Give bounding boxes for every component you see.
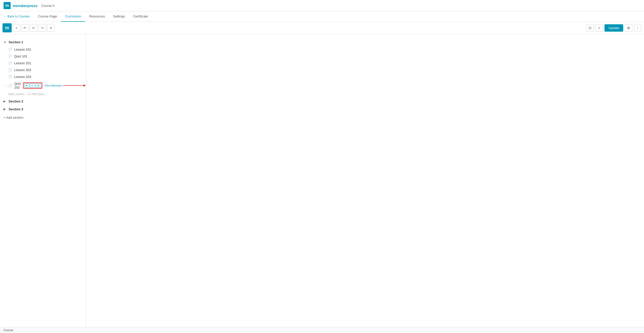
- curriculum-panel: ▼ Section 1 📄 Lesson 101 📄 Quiz 101 📄 Le…: [0, 34, 86, 333]
- quiz-102-icon: 📄: [8, 84, 12, 88]
- undo-button[interactable]: ↩: [30, 24, 37, 32]
- section-3-header[interactable]: ▶ Section 3: [0, 105, 86, 113]
- add-section-row[interactable]: + Add section: [0, 113, 86, 122]
- add-button[interactable]: +: [13, 24, 20, 32]
- list-button[interactable]: ≡: [47, 24, 55, 32]
- tab-course-page[interactable]: Course Page: [34, 11, 61, 22]
- tab-curriculum[interactable]: Curriculum: [61, 11, 85, 22]
- lesson-201-item[interactable]: 📄 Lesson 201: [0, 60, 86, 67]
- view-icon[interactable]: 👁: [24, 83, 29, 88]
- section-1-toggle: ▼: [4, 41, 7, 44]
- lesson-203-name: Lesson 203: [14, 75, 82, 79]
- quiz-101-item[interactable]: 📄 Quiz 101: [0, 53, 86, 60]
- lesson-201-name: Lesson 201: [14, 61, 82, 65]
- settings-icon[interactable]: ⚙: [36, 83, 41, 88]
- lesson-203-icon: 📄: [8, 75, 12, 79]
- lesson-101-item[interactable]: 📄 Lesson 101: [0, 46, 86, 53]
- more-options-button[interactable]: ⋮: [634, 24, 641, 32]
- drag-handle-icon: ⋮⋮: [3, 84, 9, 87]
- memberpress-logo: m: [4, 2, 11, 9]
- annotation-arrow: [63, 84, 86, 88]
- lesson-202-icon: 📄: [8, 68, 12, 72]
- top-bar: m memberpress Course A: [0, 0, 644, 11]
- section-2-title: Section 2: [9, 99, 23, 103]
- view-icon-button[interactable]: ⊡: [586, 24, 594, 32]
- section-1-title: Section 1: [9, 40, 23, 44]
- view-attempts-link[interactable]: View Attempts: [44, 84, 62, 87]
- pencil-button[interactable]: ✏: [21, 24, 29, 32]
- course-title: Course A: [41, 4, 54, 8]
- tab-settings[interactable]: Settings: [109, 11, 129, 22]
- section-3-toggle: ▶: [4, 108, 7, 111]
- toolbar: m + ✏ ↩ ↪ ≡ ⊡ ⤢ Update ⊞ ⋮: [0, 22, 644, 34]
- tab-resources[interactable]: Resources: [85, 11, 109, 22]
- status-bar: Course: [0, 327, 644, 333]
- tab-certificate[interactable]: Certificate: [129, 11, 152, 22]
- lesson-101-name: Lesson 101: [14, 48, 82, 51]
- quiz-102-name: Quiz 102: [14, 82, 21, 89]
- quiz-actions-box: 👁 ✎ ⚙: [23, 82, 42, 89]
- add-section-label: + Add section: [4, 116, 23, 119]
- add-quiz-link[interactable]: Add Quiz...: [31, 92, 46, 96]
- lesson-202-item[interactable]: 📄 Lesson 202: [0, 67, 86, 73]
- add-lesson-link[interactable]: Add Lesson...: [8, 92, 27, 96]
- main-content: ▼ Section 1 📄 Lesson 101 📄 Quiz 101 📄 Le…: [0, 34, 644, 333]
- toolbar-logo-button[interactable]: m: [3, 23, 12, 32]
- brand-name: memberpress: [13, 4, 37, 8]
- quiz-101-icon: 📄: [8, 54, 12, 58]
- view-attempts-container: View Attempts: [43, 84, 86, 88]
- status-text: Course: [4, 328, 13, 332]
- quiz-102-item[interactable]: ⋮⋮ 📄 Quiz 102 👁 ✎ ⚙ View Attempts: [0, 80, 86, 91]
- toolbar-right: ⊡ ⤢ Update ⊞ ⋮: [586, 24, 641, 32]
- add-lesson-row: Add Lesson... or Add Quiz...: [0, 91, 86, 97]
- quiz-102-actions: 👁 ✎ ⚙ View Attempts: [23, 82, 86, 89]
- nav-tabs: ← Back to Courses Course Page Curriculum…: [0, 11, 644, 22]
- redo-button[interactable]: ↪: [39, 24, 46, 32]
- quiz-101-name: Quiz 101: [14, 54, 82, 58]
- add-or-separator: or: [28, 92, 30, 96]
- section-1-header[interactable]: ▼ Section 1: [0, 38, 86, 46]
- lesson-203-item[interactable]: 📄 Lesson 203: [0, 73, 86, 80]
- section-3-title: Section 3: [9, 107, 23, 111]
- external-link-button[interactable]: ⤢: [595, 24, 603, 32]
- columns-button[interactable]: ⊞: [625, 24, 632, 32]
- lesson-101-icon: 📄: [8, 48, 12, 51]
- back-to-courses-link[interactable]: ← Back to Courses: [4, 15, 30, 18]
- edit-icon[interactable]: ✎: [30, 83, 35, 88]
- section-2-header[interactable]: ▶ Section 2: [0, 97, 86, 105]
- logo-area: m memberpress: [4, 2, 37, 9]
- svg-marker-1: [84, 85, 86, 87]
- section-2-toggle: ▶: [4, 100, 7, 103]
- lesson-201-icon: 📄: [8, 61, 12, 65]
- lesson-202-name: Lesson 202: [14, 68, 82, 72]
- right-panel: [86, 34, 644, 333]
- update-button[interactable]: Update: [604, 24, 623, 32]
